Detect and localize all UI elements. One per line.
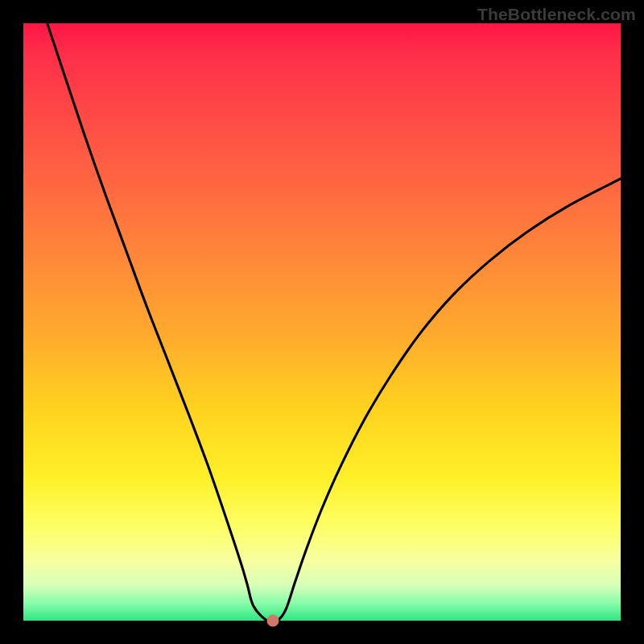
watermark-text: TheBottleneck.com <box>477 5 636 24</box>
plot-area <box>23 23 621 621</box>
optimum-marker <box>267 615 279 627</box>
chart-frame: TheBottleneck.com <box>0 0 644 644</box>
bottleneck-curve <box>23 23 621 621</box>
